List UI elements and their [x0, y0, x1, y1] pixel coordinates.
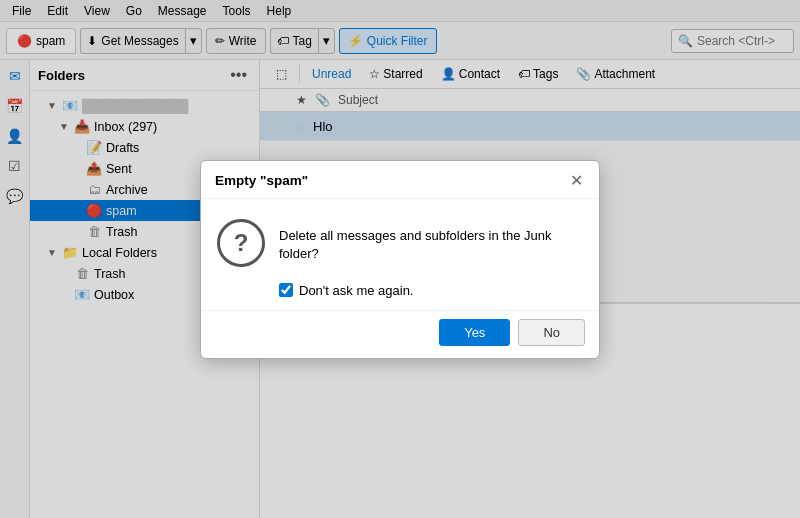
dialog-header: Empty "spam" ✕ — [201, 161, 599, 199]
question-icon: ? — [217, 219, 265, 267]
dialog-close-btn[interactable]: ✕ — [568, 171, 585, 190]
dialog-title: Empty "spam" — [215, 173, 308, 188]
dialog-body: ? Delete all messages and subfolders in … — [201, 199, 599, 279]
dialog-footer: Yes No — [201, 310, 599, 358]
dialog-message: Delete all messages and subfolders in th… — [279, 219, 583, 263]
dialog-checkbox-row: Don't ask me again. — [201, 279, 599, 310]
dont-ask-label: Don't ask me again. — [299, 283, 414, 298]
yes-button[interactable]: Yes — [439, 319, 510, 346]
confirm-dialog: Empty "spam" ✕ ? Delete all messages and… — [200, 160, 600, 359]
dont-ask-checkbox[interactable] — [279, 283, 293, 297]
dialog-overlay: Empty "spam" ✕ ? Delete all messages and… — [0, 0, 800, 518]
no-button[interactable]: No — [518, 319, 585, 346]
